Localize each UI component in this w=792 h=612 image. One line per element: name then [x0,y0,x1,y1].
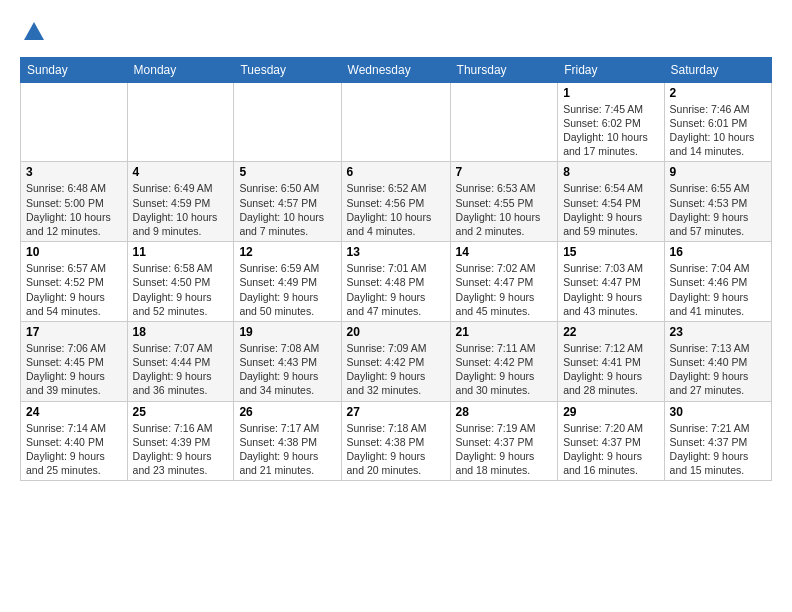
day-number: 25 [133,405,229,419]
header [20,16,772,49]
day-number: 14 [456,245,553,259]
calendar-cell: 10Sunrise: 6:57 AMSunset: 4:52 PMDayligh… [21,242,128,322]
logo [20,20,46,49]
day-number: 5 [239,165,335,179]
calendar-cell: 4Sunrise: 6:49 AMSunset: 4:59 PMDaylight… [127,162,234,242]
day-info: Sunrise: 7:13 AMSunset: 4:40 PMDaylight:… [670,341,766,398]
calendar-cell: 14Sunrise: 7:02 AMSunset: 4:47 PMDayligh… [450,242,558,322]
logo-icon [22,20,46,44]
calendar-header: SundayMondayTuesdayWednesdayThursdayFrid… [21,57,772,82]
day-info: Sunrise: 6:57 AMSunset: 4:52 PMDaylight:… [26,261,122,318]
day-number: 23 [670,325,766,339]
day-info: Sunrise: 7:45 AMSunset: 6:02 PMDaylight:… [563,102,658,159]
calendar-cell [341,82,450,162]
day-info: Sunrise: 7:06 AMSunset: 4:45 PMDaylight:… [26,341,122,398]
logo-text [20,20,46,49]
day-info: Sunrise: 7:01 AMSunset: 4:48 PMDaylight:… [347,261,445,318]
calendar-cell: 3Sunrise: 6:48 AMSunset: 5:00 PMDaylight… [21,162,128,242]
calendar-cell: 29Sunrise: 7:20 AMSunset: 4:37 PMDayligh… [558,401,664,481]
day-info: Sunrise: 6:52 AMSunset: 4:56 PMDaylight:… [347,181,445,238]
day-info: Sunrise: 6:50 AMSunset: 4:57 PMDaylight:… [239,181,335,238]
day-number: 21 [456,325,553,339]
week-row-1: 3Sunrise: 6:48 AMSunset: 5:00 PMDaylight… [21,162,772,242]
day-header-sunday: Sunday [21,57,128,82]
day-number: 26 [239,405,335,419]
day-number: 9 [670,165,766,179]
calendar-cell: 6Sunrise: 6:52 AMSunset: 4:56 PMDaylight… [341,162,450,242]
day-number: 18 [133,325,229,339]
day-number: 13 [347,245,445,259]
week-row-4: 24Sunrise: 7:14 AMSunset: 4:40 PMDayligh… [21,401,772,481]
day-info: Sunrise: 7:07 AMSunset: 4:44 PMDaylight:… [133,341,229,398]
calendar-cell: 30Sunrise: 7:21 AMSunset: 4:37 PMDayligh… [664,401,771,481]
day-info: Sunrise: 7:18 AMSunset: 4:38 PMDaylight:… [347,421,445,478]
day-info: Sunrise: 6:58 AMSunset: 4:50 PMDaylight:… [133,261,229,318]
day-header-thursday: Thursday [450,57,558,82]
day-number: 19 [239,325,335,339]
day-info: Sunrise: 6:59 AMSunset: 4:49 PMDaylight:… [239,261,335,318]
calendar-cell: 27Sunrise: 7:18 AMSunset: 4:38 PMDayligh… [341,401,450,481]
day-number: 24 [26,405,122,419]
day-info: Sunrise: 6:49 AMSunset: 4:59 PMDaylight:… [133,181,229,238]
calendar-cell [21,82,128,162]
calendar-cell: 12Sunrise: 6:59 AMSunset: 4:49 PMDayligh… [234,242,341,322]
day-header-friday: Friday [558,57,664,82]
calendar-cell: 16Sunrise: 7:04 AMSunset: 4:46 PMDayligh… [664,242,771,322]
day-info: Sunrise: 6:53 AMSunset: 4:55 PMDaylight:… [456,181,553,238]
day-number: 1 [563,86,658,100]
day-number: 8 [563,165,658,179]
day-number: 10 [26,245,122,259]
calendar-cell: 28Sunrise: 7:19 AMSunset: 4:37 PMDayligh… [450,401,558,481]
day-header-monday: Monday [127,57,234,82]
day-info: Sunrise: 7:19 AMSunset: 4:37 PMDaylight:… [456,421,553,478]
calendar-cell: 22Sunrise: 7:12 AMSunset: 4:41 PMDayligh… [558,321,664,401]
day-number: 22 [563,325,658,339]
day-info: Sunrise: 7:04 AMSunset: 4:46 PMDaylight:… [670,261,766,318]
calendar-cell: 23Sunrise: 7:13 AMSunset: 4:40 PMDayligh… [664,321,771,401]
header-row: SundayMondayTuesdayWednesdayThursdayFrid… [21,57,772,82]
calendar-cell: 24Sunrise: 7:14 AMSunset: 4:40 PMDayligh… [21,401,128,481]
calendar-body: 1Sunrise: 7:45 AMSunset: 6:02 PMDaylight… [21,82,772,480]
calendar-cell: 8Sunrise: 6:54 AMSunset: 4:54 PMDaylight… [558,162,664,242]
week-row-3: 17Sunrise: 7:06 AMSunset: 4:45 PMDayligh… [21,321,772,401]
day-number: 15 [563,245,658,259]
day-number: 30 [670,405,766,419]
day-number: 7 [456,165,553,179]
calendar-cell: 11Sunrise: 6:58 AMSunset: 4:50 PMDayligh… [127,242,234,322]
calendar-cell [450,82,558,162]
day-info: Sunrise: 6:55 AMSunset: 4:53 PMDaylight:… [670,181,766,238]
calendar-cell: 26Sunrise: 7:17 AMSunset: 4:38 PMDayligh… [234,401,341,481]
day-number: 3 [26,165,122,179]
day-info: Sunrise: 7:20 AMSunset: 4:37 PMDaylight:… [563,421,658,478]
calendar-cell: 7Sunrise: 6:53 AMSunset: 4:55 PMDaylight… [450,162,558,242]
day-info: Sunrise: 7:09 AMSunset: 4:42 PMDaylight:… [347,341,445,398]
calendar-cell: 21Sunrise: 7:11 AMSunset: 4:42 PMDayligh… [450,321,558,401]
day-number: 16 [670,245,766,259]
day-info: Sunrise: 6:48 AMSunset: 5:00 PMDaylight:… [26,181,122,238]
day-number: 17 [26,325,122,339]
day-info: Sunrise: 7:08 AMSunset: 4:43 PMDaylight:… [239,341,335,398]
calendar-cell: 18Sunrise: 7:07 AMSunset: 4:44 PMDayligh… [127,321,234,401]
day-number: 4 [133,165,229,179]
day-number: 11 [133,245,229,259]
calendar-cell: 1Sunrise: 7:45 AMSunset: 6:02 PMDaylight… [558,82,664,162]
week-row-0: 1Sunrise: 7:45 AMSunset: 6:02 PMDaylight… [21,82,772,162]
day-info: Sunrise: 7:02 AMSunset: 4:47 PMDaylight:… [456,261,553,318]
day-number: 2 [670,86,766,100]
calendar-cell: 19Sunrise: 7:08 AMSunset: 4:43 PMDayligh… [234,321,341,401]
day-info: Sunrise: 7:03 AMSunset: 4:47 PMDaylight:… [563,261,658,318]
calendar-cell: 25Sunrise: 7:16 AMSunset: 4:39 PMDayligh… [127,401,234,481]
day-info: Sunrise: 7:17 AMSunset: 4:38 PMDaylight:… [239,421,335,478]
day-info: Sunrise: 7:21 AMSunset: 4:37 PMDaylight:… [670,421,766,478]
svg-marker-0 [24,22,44,40]
day-info: Sunrise: 7:46 AMSunset: 6:01 PMDaylight:… [670,102,766,159]
day-info: Sunrise: 7:11 AMSunset: 4:42 PMDaylight:… [456,341,553,398]
calendar-table: SundayMondayTuesdayWednesdayThursdayFrid… [20,57,772,481]
day-header-tuesday: Tuesday [234,57,341,82]
day-number: 6 [347,165,445,179]
calendar-cell [234,82,341,162]
day-number: 12 [239,245,335,259]
page: SundayMondayTuesdayWednesdayThursdayFrid… [0,0,792,491]
calendar-cell: 9Sunrise: 6:55 AMSunset: 4:53 PMDaylight… [664,162,771,242]
day-info: Sunrise: 6:54 AMSunset: 4:54 PMDaylight:… [563,181,658,238]
